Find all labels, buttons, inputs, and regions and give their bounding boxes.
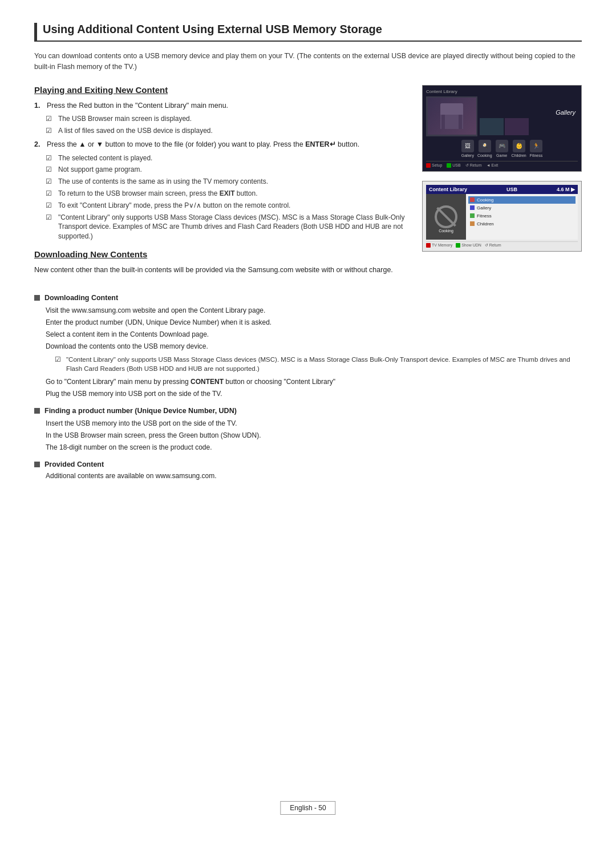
note-game: Not support game program. bbox=[46, 165, 405, 175]
cooking-icon: 🍳 bbox=[479, 140, 491, 152]
cooking-text: Cooking bbox=[477, 197, 493, 203]
gallery-top-area: Gallery bbox=[426, 96, 578, 136]
step-2-text: Press the ▲ or ▼ button to move to the f… bbox=[47, 139, 359, 150]
green-dot bbox=[447, 163, 451, 168]
screen2-title: Content Library bbox=[429, 187, 467, 192]
game-icon: 🎮 bbox=[496, 140, 508, 152]
green-dot2 bbox=[456, 243, 460, 248]
note-pv: To exit "Content Library" mode, press th… bbox=[46, 201, 405, 211]
section1-title: Playing and Exiting New Content bbox=[34, 85, 405, 95]
icon-children: 👶 Children bbox=[512, 140, 526, 157]
icon-game: 🎮 Game bbox=[496, 140, 508, 157]
udn-step-1: Insert the USB memory into the USB port … bbox=[46, 418, 582, 428]
bar-tv-memory: TV Memory bbox=[426, 243, 452, 248]
cooking-icon-label: Cooking bbox=[477, 153, 492, 157]
bar-usb-text: USB bbox=[452, 163, 460, 167]
left-column: Playing and Exiting New Content 1. Press… bbox=[34, 85, 405, 282]
section-playing: Playing and Exiting New Content 1. Press… bbox=[34, 85, 405, 241]
screen-content-library-mockup: Content Library USB 4.6 M ▶ Cooking Cook… bbox=[422, 181, 582, 252]
fitness-text: Fitness bbox=[477, 213, 492, 219]
check-icon-6 bbox=[46, 189, 55, 199]
bar-show-udn: Show UDN bbox=[456, 243, 481, 248]
note-msc-2: ☑ "Content Library" only supports USB Ma… bbox=[55, 355, 582, 373]
downloading-steps-2: Go to "Content Library" main menu by pre… bbox=[46, 377, 582, 399]
step-1-number: 1. bbox=[34, 100, 43, 111]
note-usb-browser: The USB Browser main screen is displayed… bbox=[46, 114, 405, 124]
gallery-main-image bbox=[426, 96, 477, 136]
page-title: Using Additional Content Using External … bbox=[34, 23, 582, 42]
dl-step-3: Select a content item in the Contents Do… bbox=[46, 329, 582, 339]
note-msc-2-text: "Content Library" only supports USB Mass… bbox=[66, 355, 582, 373]
screen2-menu: Cooking Gallery Fitness Children bbox=[466, 194, 578, 240]
bar-setup: Setup bbox=[426, 163, 442, 168]
udn-header: Finding a product number (Unique Device … bbox=[34, 407, 582, 415]
udn-step-3: The 18-digit number on the screen is the… bbox=[46, 442, 582, 452]
screen2-header: Content Library USB 4.6 M ▶ bbox=[426, 185, 578, 194]
udn-steps: Insert the USB memory into the USB port … bbox=[46, 418, 582, 452]
dl-step-6: Plug the USB memory into USB port on the… bbox=[46, 389, 582, 399]
bottom-section: Downloading Content Visit the www.samsun… bbox=[34, 294, 582, 480]
note-game-text: Not support game program. bbox=[58, 165, 142, 175]
step-list-1: 1. Press the Red button in the "Content … bbox=[34, 100, 405, 241]
downloading-header-text: Downloading Content bbox=[44, 294, 118, 302]
bullet-square-1 bbox=[34, 295, 40, 301]
downloading-header: Downloading Content bbox=[34, 294, 582, 302]
bar-return2: ↺ Return bbox=[485, 243, 501, 248]
check-icon-1 bbox=[46, 114, 55, 124]
menu-item-gallery: Gallery bbox=[468, 204, 576, 212]
udn-step-2: In the USB Browser main screen, press th… bbox=[46, 430, 582, 440]
note-msc: "Content Library" only supports USB Mass… bbox=[46, 213, 405, 241]
bullet-provided: Provided Content Additional contents are… bbox=[34, 460, 582, 480]
gallery-label: Gallery bbox=[480, 109, 578, 116]
menu-item-children: Children bbox=[468, 220, 576, 228]
tv-memory-text: TV Memory bbox=[432, 243, 452, 247]
show-udn-text: Show UDN bbox=[461, 243, 481, 247]
menu-item-cooking: Cooking bbox=[468, 196, 576, 204]
gallery-bar bbox=[470, 205, 475, 210]
dl-step-4: Download the contents onto the USB memor… bbox=[46, 341, 582, 351]
note-tv-memory: The use of contents is the same as in us… bbox=[46, 177, 405, 187]
step-1: 1. Press the Red button in the "Content … bbox=[34, 100, 405, 111]
step-1-notes: The USB Browser main screen is displayed… bbox=[34, 114, 405, 136]
screen2-bottom-bar: TV Memory Show UDN ↺ Return bbox=[426, 241, 578, 248]
check-icon-2 bbox=[46, 126, 55, 136]
check-icon-8 bbox=[46, 213, 55, 241]
children-bar bbox=[470, 221, 475, 226]
gallery-icon-label: Gallery bbox=[461, 153, 474, 157]
children-text: Children bbox=[477, 221, 494, 227]
note-usb-browser-text: The USB Browser main screen is displayed… bbox=[58, 114, 192, 124]
note-pv-text: To exit "Content Library" mode, press th… bbox=[58, 201, 290, 211]
note-selected-text: The selected content is played. bbox=[58, 153, 152, 163]
step-1-text: Press the Red button in the "Content Lib… bbox=[47, 100, 228, 111]
provided-content-text: Additional contents are available on www… bbox=[46, 472, 582, 480]
note-file-list: A list of files saved on the USB device … bbox=[46, 126, 405, 136]
note-file-list-text: A list of files saved on the USB device … bbox=[58, 126, 213, 136]
icon-gallery: 🖼 Gallery bbox=[461, 140, 474, 157]
downloading-steps: Visit the www.samsung.com website and op… bbox=[46, 305, 582, 351]
no-symbol-icon bbox=[435, 205, 457, 228]
check-icon-5 bbox=[46, 177, 55, 187]
dl-step-5: Go to "Content Library" main menu by pre… bbox=[46, 377, 582, 387]
section-downloading: Downloading New Contents New content oth… bbox=[34, 249, 405, 276]
bar-exit: ◄ Exit bbox=[487, 163, 499, 168]
bar-exit-text: ◄ Exit bbox=[487, 163, 499, 167]
gallery-text: Gallery bbox=[477, 205, 491, 211]
fitness-icon-label: Fitness bbox=[530, 153, 543, 157]
two-column-layout: Playing and Exiting New Content 1. Press… bbox=[34, 85, 582, 282]
screen2-no-preview: Cooking bbox=[426, 194, 466, 240]
note-selected: The selected content is played. bbox=[46, 153, 405, 163]
cooking-label: Cooking bbox=[437, 228, 455, 233]
step-2-number: 2. bbox=[34, 139, 43, 150]
check-icon-msc: ☑ bbox=[55, 355, 63, 373]
game-icon-label: Game bbox=[496, 153, 508, 157]
children-icon-label: Children bbox=[512, 153, 526, 157]
section2-title: Downloading New Contents bbox=[34, 249, 405, 259]
gallery-icon: 🖼 bbox=[461, 140, 474, 152]
red-dot2 bbox=[426, 243, 431, 248]
bullet-udn: Finding a product number (Unique Device … bbox=[34, 407, 582, 452]
bullet-downloading: Downloading Content Visit the www.samsun… bbox=[34, 294, 582, 399]
children-icon: 👶 bbox=[513, 140, 525, 152]
fitness-icon: 🏃 bbox=[530, 140, 542, 152]
provided-header: Provided Content bbox=[34, 460, 582, 468]
gallery-small-images bbox=[480, 118, 578, 136]
